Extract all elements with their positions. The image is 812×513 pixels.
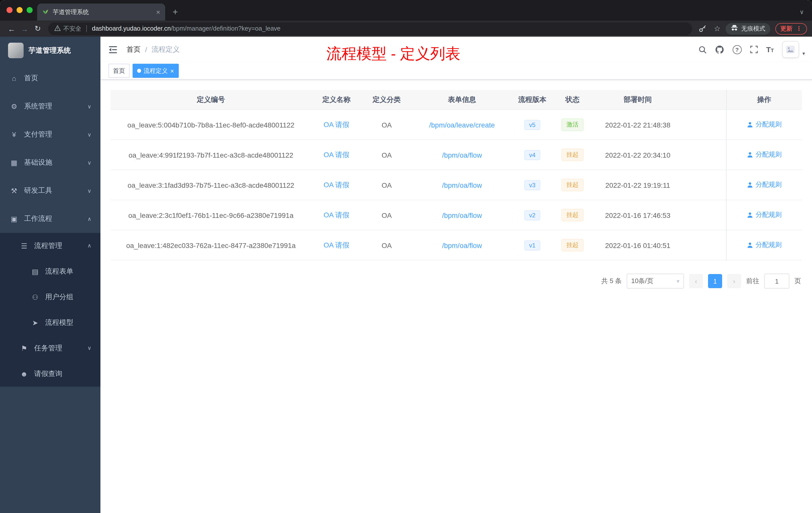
tab-search-icon[interactable]: ∨: [800, 8, 804, 16]
form-link[interactable]: /bpm/oa/flow: [442, 211, 482, 219]
menu-item-icon: ▦: [10, 159, 18, 167]
assign-rule-link[interactable]: 分配规则: [747, 180, 782, 189]
user-avatar[interactable]: [782, 41, 799, 58]
update-button[interactable]: 更新 ⋮: [775, 23, 807, 34]
next-page-button[interactable]: ›: [727, 274, 741, 288]
definition-name-link[interactable]: OA 请假: [324, 150, 349, 158]
reload-button[interactable]: ↻: [31, 22, 44, 35]
browser-tab[interactable]: 芋道管理系统 ×: [37, 3, 165, 21]
assign-rule-link[interactable]: 分配规则: [747, 120, 782, 129]
menu-item-label: 基础设施: [24, 158, 52, 167]
assign-rule-link[interactable]: 分配规则: [747, 211, 782, 220]
fullscreen-icon[interactable]: [750, 46, 757, 53]
assign-rule-link[interactable]: 分配规则: [747, 150, 782, 159]
chevron-icon: ∨: [87, 187, 91, 194]
prev-page-button[interactable]: ‹: [689, 274, 703, 288]
col-definition-name: 定义名称: [311, 90, 361, 110]
cell-definition-category: OA: [361, 110, 412, 140]
minimize-window-button[interactable]: [17, 7, 23, 13]
new-tab-button[interactable]: +: [168, 5, 182, 19]
tag-close-icon[interactable]: ×: [170, 67, 174, 74]
help-icon[interactable]: ?: [732, 45, 742, 54]
view-tag[interactable]: 流程定义 ×: [133, 64, 178, 78]
app-root: 芋道管理系统 ⌂ 首页 ⚙ 系统管理 ∨: [0, 37, 812, 513]
tab-close-icon[interactable]: ×: [156, 8, 160, 16]
definition-name-link[interactable]: OA 请假: [324, 241, 349, 249]
maximize-window-button[interactable]: [27, 7, 33, 13]
goto-page-input[interactable]: [764, 274, 789, 289]
version-badge: v1: [524, 240, 540, 250]
cell-definition-name: OA 请假: [311, 140, 361, 170]
menu-item-icon: ⚙: [10, 102, 18, 111]
sidebar-logo[interactable]: 芋道管理系统: [0, 37, 100, 64]
cell-form-info: /bpm/oa/leave/create: [412, 110, 512, 140]
avatar-caret-icon[interactable]: ▾: [803, 51, 805, 56]
view-tag[interactable]: 首页: [109, 64, 129, 78]
navbar: 首页 / 流程定义 ? TT: [100, 37, 812, 62]
pagination-total: 共 5 条: [601, 277, 622, 285]
select-caret-icon: ▾: [677, 278, 679, 284]
page-size-select[interactable]: 10条/页 ▾: [627, 274, 684, 289]
page-size-value: 10条/页: [631, 277, 653, 285]
github-icon[interactable]: [715, 45, 724, 54]
menu-item-label: 工作流程: [24, 214, 52, 223]
cell-definition-id: oa_leave:1:482ec033-762a-11ec-8477-a2380…: [111, 230, 311, 260]
goto-label: 前往: [746, 277, 759, 285]
password-key-icon[interactable]: [696, 22, 709, 35]
cell-process-version: v3: [512, 170, 552, 200]
breadcrumb-current: 流程定义: [152, 45, 180, 54]
definition-name-link[interactable]: OA 请假: [324, 180, 349, 188]
sidebar-menu-item[interactable]: ⚇ 用户分组: [0, 284, 100, 310]
form-link[interactable]: /bpm/oa/leave/create: [429, 121, 495, 129]
table-row: oa_leave:2:3c1f0ef1-76b1-11ec-9c66-a2380…: [111, 200, 802, 230]
forward-button[interactable]: →: [18, 22, 31, 35]
sidebar-menu-item[interactable]: ⚙ 系统管理 ∨: [0, 92, 100, 120]
definition-name-link[interactable]: OA 请假: [324, 211, 349, 219]
cell-process-version: v1: [512, 230, 552, 260]
status-badge: 挂起: [561, 239, 583, 251]
chevron-icon: ∧: [87, 242, 91, 249]
form-link[interactable]: /bpm/oa/flow: [442, 241, 482, 249]
security-warning-label[interactable]: 不安全: [63, 24, 81, 33]
pagination: 共 5 条 10条/页 ▾ ‹ 1 › 前往 页: [111, 274, 802, 289]
browser-menu-icon[interactable]: ⋮: [796, 25, 802, 32]
sidebar-menu-item[interactable]: ⌂ 首页: [0, 64, 100, 92]
address-bar[interactable]: 不安全 dashboard.yudao.iocoder.cn/bpm/manag…: [48, 22, 692, 35]
content-area: 定义编号 定义名称 定义分类 表单信息 流程版本 状态 部署时间 操作: [100, 80, 812, 513]
sidebar-menu-item[interactable]: ➤ 流程模型: [0, 310, 100, 335]
table-header-row: 定义编号 定义名称 定义分类 表单信息 流程版本 状态 部署时间 操作: [111, 90, 802, 110]
cell-status: 挂起: [552, 200, 592, 230]
sidebar-menu-item[interactable]: ▤ 流程表单: [0, 259, 100, 284]
definition-name-link[interactable]: OA 请假: [324, 120, 349, 128]
assign-rule-label: 分配规则: [756, 150, 782, 159]
chevron-icon: ∨: [87, 103, 91, 110]
navbar-right-icons: ? TT ▾: [698, 41, 805, 58]
sidebar-menu-item[interactable]: ▣ 工作流程 ∧: [0, 205, 100, 233]
sidebar-menu-item[interactable]: ☰ 流程管理 ∧: [0, 233, 100, 259]
form-link[interactable]: /bpm/oa/flow: [442, 151, 482, 159]
page-number-button[interactable]: 1: [708, 274, 722, 288]
assign-rule-label: 分配规则: [756, 120, 782, 129]
form-link[interactable]: /bpm/oa/flow: [442, 181, 482, 189]
cell-definition-category: OA: [361, 200, 412, 230]
sidebar-menu-item[interactable]: ⚒ 研发工具 ∨: [0, 177, 100, 205]
sidebar-menu-item[interactable]: ¥ 支付管理 ∨: [0, 120, 100, 149]
table-row: oa_leave:3:1fad3d93-7b75-11ec-a3c8-acde4…: [111, 170, 802, 200]
assign-rule-link[interactable]: 分配规则: [747, 241, 782, 250]
cell-actions: 分配规则: [726, 170, 802, 200]
font-size-icon[interactable]: TT: [766, 45, 774, 54]
cell-actions: 分配规则: [726, 230, 802, 260]
sidebar-menu-item[interactable]: ⚑ 任务管理 ∨: [0, 335, 100, 361]
breadcrumb-home[interactable]: 首页: [126, 45, 141, 54]
search-icon[interactable]: [698, 46, 706, 54]
col-actions: 操作: [726, 90, 802, 110]
sidebar-menu-item[interactable]: ▦ 基础设施 ∨: [0, 149, 100, 177]
sidebar-menu-item[interactable]: ☻ 请假查询: [0, 361, 100, 387]
cell-definition-id: oa_leave:5:004b710b-7b8a-11ec-8ef0-acde4…: [111, 110, 311, 140]
close-window-button[interactable]: [6, 7, 12, 13]
back-button[interactable]: ←: [5, 22, 18, 35]
user-icon: [747, 242, 753, 248]
cell-filler: [683, 140, 726, 170]
bookmark-star-icon[interactable]: ☆: [714, 24, 721, 33]
hamburger-icon[interactable]: [108, 44, 118, 55]
